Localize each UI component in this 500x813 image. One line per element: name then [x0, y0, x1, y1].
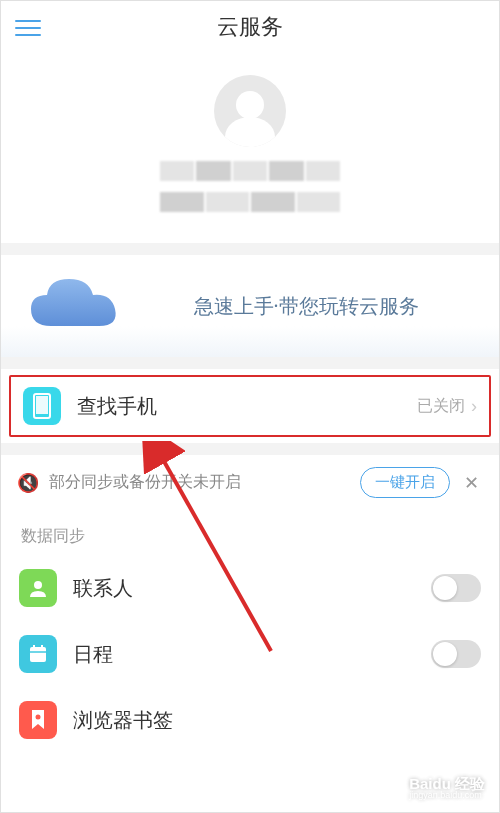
find-phone-status: 已关闭 — [417, 396, 465, 417]
svg-rect-1 — [36, 396, 48, 414]
chevron-right-icon: › — [471, 396, 477, 417]
notice-text: 部分同步或备份开关未开启 — [49, 472, 360, 493]
avatar — [214, 75, 286, 147]
sync-calendar-row[interactable]: 日程 — [1, 621, 499, 687]
watermark: Baidu 经验 jingyan.baidu.com — [409, 776, 485, 800]
sync-contacts-row[interactable]: 联系人 — [1, 555, 499, 621]
find-phone-row[interactable]: 查找手机 已关闭 › — [11, 377, 489, 435]
contacts-toggle[interactable] — [431, 574, 481, 602]
divider — [1, 243, 499, 255]
sync-bookmarks-row[interactable]: 浏览器书签 — [1, 687, 499, 753]
watermark-url: jingyan.baidu.com — [409, 791, 485, 800]
divider — [1, 357, 499, 369]
menu-icon[interactable] — [15, 15, 41, 35]
find-phone-highlight: 查找手机 已关闭 › — [9, 375, 491, 437]
svg-point-7 — [36, 715, 41, 720]
calendar-icon — [19, 635, 57, 673]
calendar-toggle[interactable] — [431, 640, 481, 668]
section-title-sync: 数据同步 — [1, 510, 499, 555]
page-title: 云服务 — [217, 12, 283, 42]
promo-text: 急速上手·带您玩转云服务 — [131, 293, 499, 320]
close-icon[interactable]: ✕ — [460, 472, 483, 494]
calendar-label: 日程 — [73, 641, 431, 668]
phone-icon — [23, 387, 61, 425]
header: 云服务 — [1, 1, 499, 53]
find-phone-label: 查找手机 — [77, 393, 417, 420]
contacts-label: 联系人 — [73, 575, 431, 602]
speaker-icon: 🔇 — [17, 472, 39, 494]
bookmarks-label: 浏览器书签 — [73, 707, 481, 734]
cloud-icon — [21, 271, 131, 341]
notice-bar: 🔇 部分同步或备份开关未开启 一键开启 ✕ — [1, 455, 499, 510]
contacts-icon — [19, 569, 57, 607]
profile-area[interactable] — [1, 53, 499, 243]
bookmark-icon — [19, 701, 57, 739]
enable-all-button[interactable]: 一键开启 — [360, 467, 450, 498]
username-blurred — [160, 161, 340, 221]
promo-banner[interactable]: 急速上手·带您玩转云服务 — [1, 255, 499, 357]
svg-point-2 — [34, 581, 42, 589]
divider — [1, 443, 499, 455]
svg-rect-3 — [30, 647, 46, 662]
